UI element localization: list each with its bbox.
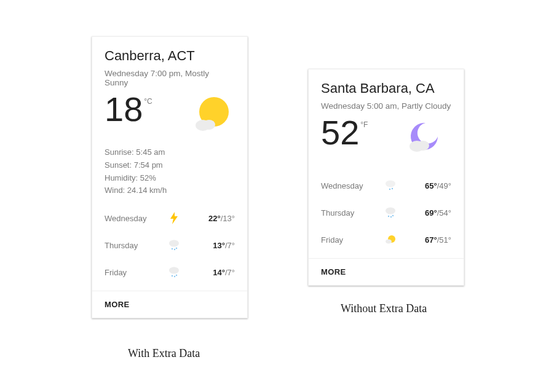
wind-label: Wind: [105,186,125,195]
current-weather-row: 18 °C [105,92,235,138]
svg-point-6 [176,248,177,249]
forecast-temps: 65°/49° [413,181,451,190]
more-button[interactable]: MORE [309,258,464,285]
forecast-lo: /7° [225,268,235,277]
forecast-day: Wednesday [105,214,166,223]
forecast-day: Thursday [321,208,382,218]
forecast-row: Friday 14°/7° [105,259,235,286]
forecast-lo: /54° [437,208,451,218]
forecast-hi: 14° [213,268,225,277]
forecast-row: Friday 67°/51° [321,226,451,253]
sunrise-label: Sunrise: [105,147,134,157]
current-weather-row: 52 °F [321,116,451,161]
sunrise-row: Sunrise: 5:45 am [105,146,235,159]
caption-right: Without Extra Data [341,302,427,315]
forecast-temps: 69°/54° [413,208,451,218]
location-title: Canberra, ACT [105,48,235,64]
svg-point-16 [386,208,395,214]
forecast-block: Wednesday 65°/49° Thursday [321,172,451,253]
forecast-hi: 22° [208,214,221,223]
forecast-day: Friday [105,268,166,277]
rain-icon [382,206,398,219]
svg-point-9 [174,276,175,277]
svg-point-18 [390,216,392,218]
location-title: Santa Barbara, CA [321,80,451,96]
humidity-label: Humidity: [105,173,138,182]
svg-point-13 [386,181,395,187]
forecast-hi: 67° [425,235,437,245]
moon-cloud-icon [406,116,449,161]
sunset-row: Sunset: 7:54 pm [105,159,235,172]
more-button[interactable]: MORE [92,291,247,318]
wind-row: Wind: 24.14 km/h [105,184,235,197]
time-and-condition: Wednesday 7:00 pm, Mostly Sunny [105,69,235,87]
forecast-day: Wednesday [321,181,382,190]
svg-point-5 [174,249,175,250]
svg-point-14 [389,189,390,190]
svg-point-3 [169,240,179,247]
forecast-hi: 69° [425,208,437,218]
svg-point-4 [172,248,173,249]
forecast-row: Thursday 69°/54° [321,199,451,226]
svg-point-21 [386,240,392,244]
forecast-hi: 65° [425,181,437,190]
svg-point-17 [388,216,389,217]
forecast-temps: 22°/13° [197,214,235,223]
forecast-day: Thursday [105,241,166,250]
svg-point-15 [392,188,393,189]
caption-left: With Extra Data [128,347,200,360]
svg-point-12 [417,141,429,151]
svg-point-7 [169,267,179,274]
rain-icon [166,239,182,251]
forecast-row: Wednesday 65°/49° [321,172,451,199]
temperature-unit: °F [360,120,368,129]
svg-point-8 [172,275,173,276]
forecast-row: Wednesday 22°/13° [105,205,235,232]
forecast-lo: /51° [437,235,451,245]
sun-cloud-icon [189,92,232,138]
forecast-lo: /49° [437,181,451,190]
forecast-lo: /7° [225,241,235,250]
sunset-value: 7:54 pm [134,160,163,170]
time-and-condition: Wednesday 5:00 am, Partly Cloudy [321,101,451,111]
wind-value: 24.14 km/h [127,186,167,195]
rain-light-icon [382,179,398,192]
forecast-row: Thursday 13°/7° [105,232,235,259]
svg-point-2 [203,120,215,130]
temperature-unit: °C [144,97,152,106]
humidity-row: Humidity: 52% [105,172,235,185]
weather-card-right: Santa Barbara, CA Wednesday 5:00 am, Par… [308,69,464,286]
sunrise-value: 5:45 am [136,147,165,157]
current-temperature: 52 [321,116,359,150]
forecast-block: Wednesday 22°/13° Thursday [105,205,235,286]
current-temperature: 18 [105,92,143,127]
weather-card-left: Canberra, ACT Wednesday 7:00 pm, Mostly … [92,36,248,318]
rain-icon [166,266,182,278]
bolt-icon [166,212,182,224]
temperature-block: 18 °C [105,92,152,127]
card-body: Canberra, ACT Wednesday 7:00 pm, Mostly … [92,37,247,291]
forecast-hi: 13° [213,241,225,250]
forecast-temps: 13°/7° [197,241,235,250]
extra-data-block: Sunrise: 5:45 am Sunset: 7:54 pm Humidit… [105,146,235,197]
forecast-day: Friday [321,235,382,245]
forecast-temps: 14°/7° [197,268,235,277]
svg-point-10 [176,275,177,276]
forecast-lo: /13° [221,214,235,223]
humidity-value: 52% [140,173,156,182]
sun-small-icon [382,233,398,246]
sunset-label: Sunset: [105,160,132,170]
card-body: Santa Barbara, CA Wednesday 5:00 am, Par… [309,69,464,258]
temperature-block: 52 °F [321,116,368,150]
forecast-temps: 67°/51° [413,235,451,245]
svg-point-19 [392,215,394,216]
